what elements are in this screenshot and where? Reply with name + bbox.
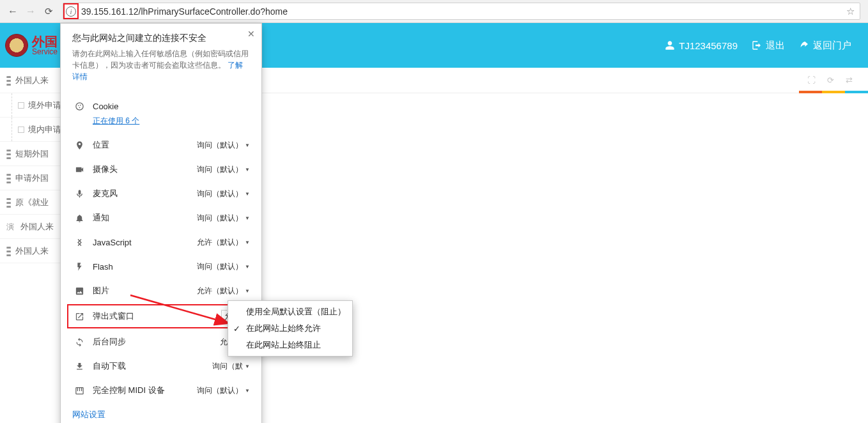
pin-icon (72, 141, 86, 150)
permission-row-download[interactable]: 自动下载询问（默 ▼ (72, 354, 250, 378)
permission-row-camera[interactable]: 摄像头询问（默认） ▼ (72, 157, 250, 181)
js-icon (72, 238, 86, 247)
seal-icon (5, 34, 28, 57)
cookie-count-link[interactable]: 正在使用 6 个 (93, 116, 250, 127)
bookmark-star-icon[interactable]: ☆ (841, 6, 860, 17)
chevron-down-icon: ▼ (245, 191, 250, 197)
reload-button[interactable]: ⟳ (40, 3, 58, 20)
bell-icon (72, 213, 86, 223)
logout-text: 退出 (766, 40, 785, 52)
svg-point-3 (79, 107, 80, 108)
popup-permission-dropdown: 使用全局默认设置（阻止）在此网站上始终允许在此网站上始终阻止 (228, 300, 353, 357)
site-info-icon[interactable]: i (66, 6, 76, 17)
sidebar-label: 短期外国 (15, 148, 49, 160)
cookie-label: Cookie (93, 102, 250, 111)
logo-cn: 外国 (32, 35, 58, 48)
permission-value-dropdown[interactable]: 询问（默认） ▼ (197, 188, 250, 199)
fullscreen-icon[interactable]: ⛶ (807, 75, 816, 85)
popup-description: 请勿在此网站上输入任何敏感信息（例如密码或信用卡信息），因为攻击者可能会盗取这些… (72, 48, 250, 82)
logo-text: 外国 Service (32, 35, 58, 56)
site-info-button-highlight: i (63, 3, 79, 19)
chevron-down-icon: ▼ (245, 364, 250, 369)
download-icon (72, 362, 86, 371)
refresh-icon[interactable]: ⟳ (827, 75, 834, 85)
permission-label: 自动下载 (93, 360, 212, 372)
permission-row-bell[interactable]: 通知询问（默认） ▼ (72, 206, 250, 230)
svg-point-2 (79, 104, 81, 105)
sidebar-label: 外国人来 (20, 221, 54, 233)
grid-icon: ▪▪▪▪▪▪▪▪▪ (6, 245, 10, 257)
permission-value-dropdown[interactable]: 允许（默认） ▼ (197, 286, 250, 296)
sidebar-label: 原《就业 (15, 197, 49, 208)
username-display[interactable]: TJ123456789 (665, 40, 738, 52)
logout-icon (752, 40, 762, 50)
portal-text: 返回门户 (813, 40, 851, 52)
chevron-down-icon: ▼ (245, 264, 250, 270)
permission-label: 图片 (93, 285, 197, 296)
logout-button[interactable]: 退出 (752, 40, 785, 52)
dropdown-option[interactable]: 在此网站上始终阻止 (228, 337, 352, 353)
header-right: TJ123456789 退出 返回门户 (665, 40, 868, 52)
permission-row-popup[interactable]: 弹出式窗口允许 ▼ (67, 304, 255, 328)
chevron-down-icon: ▼ (245, 167, 250, 173)
forward-button[interactable]: → (22, 3, 40, 20)
permission-row-midi[interactable]: 完全控制 MIDI 设备询问（默认） ▼ (72, 378, 250, 403)
share-icon (799, 40, 809, 50)
permission-label: 麦克风 (93, 188, 197, 199)
permission-row-js[interactable]: JavaScript允许（默认） ▼ (72, 230, 250, 254)
permission-value-dropdown[interactable]: 询问（默认） ▼ (197, 164, 250, 175)
color-strip (799, 91, 868, 93)
permission-value-dropdown[interactable]: 询问（默认） ▼ (197, 213, 250, 224)
permission-row-sync[interactable]: 后台同步允许（ ▼ (72, 330, 250, 354)
permission-row-pin[interactable]: 位置询问（默认） ▼ (72, 133, 250, 157)
app-logo: 外国 Service (0, 34, 64, 57)
cookie-row[interactable]: Cookie (72, 94, 250, 118)
site-settings-link[interactable]: 网站设置 (72, 409, 105, 420)
permission-label: 摄像头 (93, 164, 197, 175)
popup-close-button[interactable]: ✕ (247, 29, 255, 39)
permission-label: 通知 (93, 212, 197, 224)
permission-label: 位置 (93, 139, 197, 151)
chevron-down-icon: ▼ (245, 215, 250, 221)
permission-row-image[interactable]: 图片允许（默认） ▼ (72, 279, 250, 303)
dropdown-option[interactable]: 在此网站上始终允许 (228, 320, 352, 337)
sidebar-label: 境内申请 (28, 124, 61, 135)
sidebar-label: 外国人来 (15, 245, 49, 257)
permission-label: 后台同步 (93, 336, 220, 348)
permission-value-dropdown[interactable]: 询问（默认） ▼ (197, 261, 250, 272)
strip-yellow (822, 91, 845, 93)
popup-title: 您与此网站之间建立的连接不安全 (72, 33, 250, 44)
svg-rect-6 (79, 387, 79, 391)
svg-rect-5 (77, 387, 77, 391)
return-portal-button[interactable]: 返回门户 (799, 40, 851, 52)
username-text: TJ123456789 (679, 40, 738, 51)
cookie-icon (72, 102, 86, 111)
permission-value-dropdown[interactable]: 允许（默认） ▼ (197, 237, 250, 248)
back-button[interactable]: ← (4, 3, 22, 20)
permission-value-dropdown[interactable]: 询问（默认） ▼ (197, 385, 250, 396)
flash-icon (72, 262, 86, 272)
permission-row-mic[interactable]: 麦克风询问（默认） ▼ (72, 181, 250, 206)
sidebar-label: 境外申请 (28, 100, 61, 111)
mic-icon (72, 189, 86, 199)
sidebar-label: 申请外国 (15, 173, 49, 184)
permission-label: JavaScript (93, 238, 197, 247)
swap-icon[interactable]: ⇄ (846, 75, 853, 85)
grid-icon: ▪▪▪▪▪▪▪▪▪ (6, 173, 10, 184)
chevron-down-icon: ▼ (245, 240, 250, 245)
tree-node-icon (18, 127, 24, 133)
dropdown-option[interactable]: 使用全局默认设置（阻止） (228, 304, 352, 320)
permission-value-dropdown[interactable]: 询问（默认） ▼ (197, 140, 250, 151)
user-icon (665, 40, 675, 50)
midi-icon (72, 386, 86, 396)
grid-icon: ▪▪▪▪▪▪▪▪▪ (6, 197, 10, 208)
address-bar[interactable]: i 39.155.161.12/lhPrimarySurfaceControll… (63, 3, 860, 20)
url-text[interactable]: 39.155.161.12/lhPrimarySurfaceController… (79, 6, 288, 17)
permission-value-dropdown[interactable]: 询问（默 ▼ (212, 361, 250, 372)
permission-row-flash[interactable]: Flash询问（默认） ▼ (72, 254, 250, 279)
svg-point-0 (75, 102, 82, 109)
strip-orange (799, 91, 822, 93)
permission-label: 弹出式窗口 (93, 311, 221, 322)
strip-cyan (845, 91, 868, 93)
svg-point-1 (77, 105, 79, 106)
